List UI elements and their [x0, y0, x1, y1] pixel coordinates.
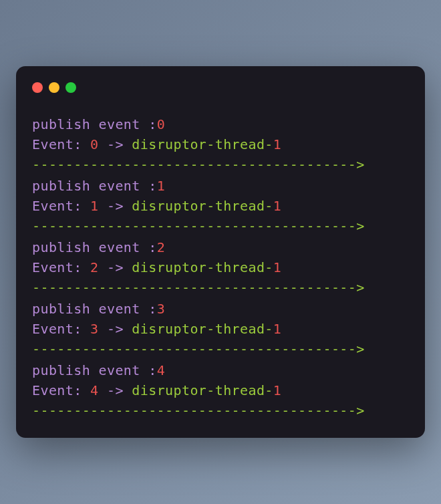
thread-prefix: disruptor-thread-: [132, 382, 273, 398]
thread-number: 1: [273, 136, 281, 152]
event-label: Event:: [32, 198, 90, 214]
event-line: Event: 3 -> disruptor-thread-1: [32, 319, 409, 339]
event-number: 1: [90, 198, 98, 214]
event-number: 4: [90, 382, 98, 398]
arrow-text: ->: [99, 198, 132, 214]
arrow-text: ->: [99, 382, 132, 398]
event-line: Event: 4 -> disruptor-thread-1: [32, 380, 409, 400]
close-icon[interactable]: [32, 82, 43, 93]
publish-number: 2: [157, 239, 165, 255]
thread-number: 1: [273, 198, 281, 214]
publish-label: publish event :: [32, 116, 157, 132]
arrow-text: ->: [99, 321, 132, 337]
publish-number: 3: [157, 301, 165, 317]
event-line: Event: 2 -> disruptor-thread-1: [32, 257, 409, 277]
log-entry: publish event :0 Event: 0 -> disruptor-t…: [32, 114, 409, 174]
separator-line: --------------------------------------->: [32, 154, 409, 174]
separator-line: --------------------------------------->: [32, 400, 409, 420]
arrow-text: ->: [99, 259, 132, 275]
event-number: 0: [90, 136, 98, 152]
separator-line: --------------------------------------->: [32, 339, 409, 359]
publish-number: 4: [157, 362, 165, 378]
publish-label: publish event :: [32, 239, 157, 255]
thread-number: 1: [273, 382, 281, 398]
publish-line: publish event :1: [32, 176, 409, 196]
event-label: Event:: [32, 382, 90, 398]
arrow-text: ->: [99, 136, 132, 152]
maximize-icon[interactable]: [65, 82, 76, 93]
log-entry: publish event :3 Event: 3 -> disruptor-t…: [32, 299, 409, 359]
thread-prefix: disruptor-thread-: [132, 198, 273, 214]
thread-number: 1: [273, 321, 281, 337]
thread-number: 1: [273, 259, 281, 275]
event-number: 2: [90, 259, 98, 275]
terminal-content: publish event :0 Event: 0 -> disruptor-t…: [32, 114, 409, 420]
thread-prefix: disruptor-thread-: [132, 259, 273, 275]
event-label: Event:: [32, 321, 90, 337]
event-label: Event:: [32, 259, 90, 275]
publish-line: publish event :3: [32, 299, 409, 319]
event-line: Event: 0 -> disruptor-thread-1: [32, 134, 409, 154]
minimize-icon[interactable]: [49, 82, 59, 93]
separator-line: --------------------------------------->: [32, 216, 409, 236]
publish-line: publish event :0: [32, 114, 409, 134]
thread-prefix: disruptor-thread-: [132, 321, 273, 337]
publish-label: publish event :: [32, 362, 157, 378]
publish-line: publish event :4: [32, 360, 409, 380]
thread-prefix: disruptor-thread-: [132, 136, 273, 152]
event-label: Event:: [32, 136, 90, 152]
separator-line: --------------------------------------->: [32, 277, 409, 297]
log-entry: publish event :2 Event: 2 -> disruptor-t…: [32, 237, 409, 297]
publish-label: publish event :: [32, 301, 157, 317]
window-controls: [32, 82, 409, 93]
publish-number: 0: [157, 116, 165, 132]
event-line: Event: 1 -> disruptor-thread-1: [32, 196, 409, 216]
publish-number: 1: [157, 178, 165, 194]
terminal-window: publish event :0 Event: 0 -> disruptor-t…: [16, 66, 425, 438]
log-entry: publish event :4 Event: 4 -> disruptor-t…: [32, 360, 409, 420]
log-entry: publish event :1 Event: 1 -> disruptor-t…: [32, 176, 409, 236]
publish-line: publish event :2: [32, 237, 409, 257]
publish-label: publish event :: [32, 178, 157, 194]
event-number: 3: [90, 321, 98, 337]
